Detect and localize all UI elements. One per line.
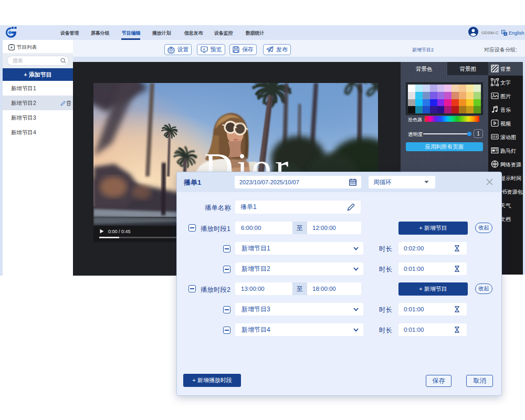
svg-text:0:00 / 0:45: 0:00 / 0:45	[108, 229, 131, 234]
svg-text:A: A	[505, 33, 507, 36]
